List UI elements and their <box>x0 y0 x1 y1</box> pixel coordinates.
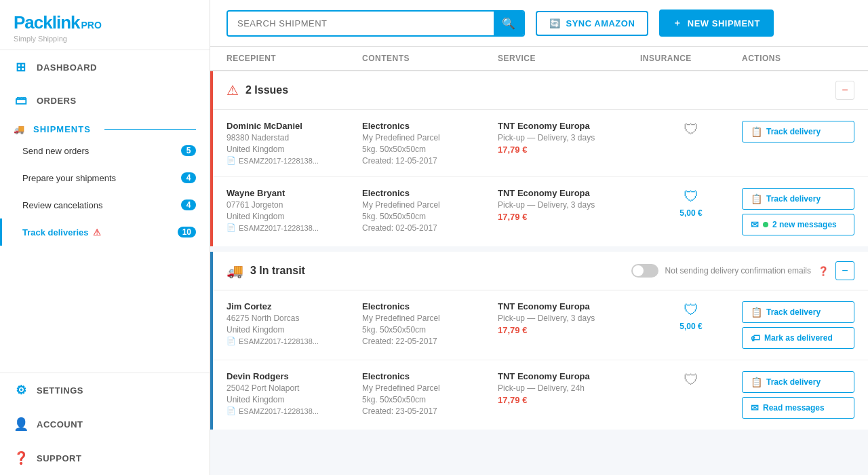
service-desc: Pick-up — Delivery, 24h <box>498 383 640 393</box>
issues-collapse-button[interactable]: − <box>835 81 854 100</box>
not-sending-label: Not sending delivery confirmation emails <box>665 266 811 276</box>
nav-support[interactable]: ❓ SUPPORT <box>0 441 210 475</box>
table-row: Jim Cortez 46275 North Dorcas United Kin… <box>213 290 868 360</box>
track-deliveries-warning-icon: ⚠ <box>93 227 101 238</box>
col-insurance-header: INSURANCE <box>640 54 742 63</box>
dashboard-label: DASHBOARD <box>37 62 97 73</box>
sidebar: PacklinkPRO Simply Shipping ⊞ DASHBOARD … <box>0 0 210 475</box>
contents-size: 5kg. 50x50x50cm <box>362 325 498 335</box>
track-delivery-label: Track delivery <box>766 194 821 204</box>
new-shipment-button[interactable]: ＋ NEW SHIPMENT <box>659 10 774 37</box>
review-cancelations-badge: 4 <box>181 200 196 210</box>
sync-amazon-button[interactable]: 🔄 SYNC AMAZON <box>536 11 648 36</box>
doc-icon: 📄 <box>226 223 236 232</box>
shipments-icon: 🚚 <box>14 124 25 134</box>
col-contents-header: CONTENTS <box>362 54 498 63</box>
recipient-col: Devin Rodgers 25042 Port Nolaport United… <box>226 371 362 415</box>
message-dot <box>763 222 768 227</box>
actions-col: 📋 Track delivery 🏷 Mark as delivered <box>742 301 854 349</box>
service-name: TNT Economy Europa <box>498 301 640 311</box>
section-gap <box>210 246 868 252</box>
insurance-col: 🛡 <box>640 121 742 138</box>
sync-amazon-label: SYNC AMAZON <box>566 18 635 28</box>
search-container: 🔍 <box>226 10 525 37</box>
insurance-col: 🛡 5,00 € <box>640 301 742 331</box>
search-input[interactable] <box>228 12 494 35</box>
issues-section: ⚠ 2 Issues − Dominic McDaniel 98380 Nade… <box>210 71 868 246</box>
contents-created: Created: 23-05-2017 <box>362 406 498 416</box>
insurance-price: 5,00 € <box>679 322 702 331</box>
track-icon: 📋 <box>751 126 762 137</box>
send-orders-badge: 5 <box>181 145 196 156</box>
contents-size: 5kg. 50x50x50cm <box>362 212 498 221</box>
subnav-prepare-shipments[interactable]: Prepare your shipments 4 <box>0 164 210 191</box>
search-icon: 🔍 <box>502 17 515 30</box>
search-button[interactable]: 🔍 <box>494 12 524 35</box>
prepare-shipments-badge: 4 <box>181 172 196 183</box>
track-delivery-button[interactable]: 📋 Track delivery <box>742 188 854 210</box>
shipments-section-label: 🚚 SHIPMENTS <box>0 117 210 137</box>
recipient-address: 46275 North Dorcas <box>226 314 362 323</box>
account-label: ACCOUNT <box>37 419 83 430</box>
logo-pro: PRO <box>81 20 102 31</box>
transit-collapse-button[interactable]: − <box>835 261 854 280</box>
shield-icon: 🛡 <box>684 371 698 389</box>
subnav-review-cancelations[interactable]: Review cancelations 4 <box>0 191 210 218</box>
contents-size: 5kg. 50x50x50cm <box>362 145 498 154</box>
nav-orders[interactable]: 🗃 ORDERS <box>0 84 210 117</box>
nav-account[interactable]: 👤 ACCOUNT <box>0 407 210 441</box>
doc-icon: 📄 <box>226 337 236 345</box>
dashboard-icon: ⊞ <box>14 60 28 75</box>
issues-section-header: ⚠ 2 Issues − <box>213 71 868 110</box>
table-row: Devin Rodgers 25042 Port Nolaport United… <box>213 360 868 430</box>
issues-warning-icon: ⚠ <box>226 82 239 98</box>
service-col: TNT Economy Europa Pick-up — Delivery, 3… <box>498 188 640 222</box>
recipient-ref: 📄ESAMZ2017-1228138... <box>226 406 362 415</box>
subnav-send-orders[interactable]: Send new orders 5 <box>0 137 210 164</box>
settings-label: SETTINGS <box>37 385 83 396</box>
subnav-track-deliveries[interactable]: Track deliveries ⚠ 10 <box>0 218 210 246</box>
nav-dashboard[interactable]: ⊞ DASHBOARD <box>0 50 210 84</box>
service-col: TNT Economy Europa Pick-up — Delivery, 2… <box>498 371 640 405</box>
mark-delivered-label: Mark as delivered <box>764 333 833 343</box>
table-header: RECEPIENT CONTENTS SERVICE INSURANCE ACT… <box>210 47 868 71</box>
recipient-address: 07761 Jorgeton <box>226 200 362 210</box>
recipient-col: Jim Cortez 46275 North Dorcas United Kin… <box>226 301 362 345</box>
support-icon: ❓ <box>14 451 28 466</box>
recipient-name: Devin Rodgers <box>226 371 362 381</box>
help-icon[interactable]: ❓ <box>818 266 829 276</box>
read-messages-button[interactable]: ✉ Read messages <box>742 397 854 419</box>
track-delivery-button[interactable]: 📋 Track delivery <box>742 371 854 393</box>
contents-type: Electronics <box>362 371 498 381</box>
new-messages-label: 2 new messages <box>772 220 837 229</box>
mark-delivered-button[interactable]: 🏷 Mark as delivered <box>742 327 854 349</box>
message-icon: ✉ <box>751 402 759 413</box>
contents-desc: My Predefined Parcel <box>362 314 498 323</box>
contents-col: Electronics My Predefined Parcel 5kg. 50… <box>362 121 498 166</box>
table-row: Wayne Bryant 07761 Jorgeton United Kingd… <box>213 177 868 246</box>
track-icon: 📋 <box>751 377 762 387</box>
insurance-col: 🛡 <box>640 371 742 389</box>
plus-icon: ＋ <box>673 17 682 29</box>
email-toggle[interactable] <box>631 264 658 278</box>
service-col: TNT Economy Europa Pick-up — Delivery, 3… <box>498 121 640 155</box>
nav-settings[interactable]: ⚙ SETTINGS <box>0 373 210 407</box>
new-messages-button[interactable]: ✉ 2 new messages <box>742 214 854 235</box>
contents-type: Electronics <box>362 301 498 311</box>
contents-type: Electronics <box>362 121 498 131</box>
track-icon: 📋 <box>751 307 762 318</box>
table-row: Dominic McDaniel 98380 Naderstad United … <box>213 110 868 177</box>
recipient-country: United Kingdom <box>226 145 362 154</box>
contents-col: Electronics My Predefined Parcel 5kg. 50… <box>362 188 498 233</box>
recipient-country: United Kingdom <box>226 212 362 221</box>
orders-label: ORDERS <box>37 96 77 106</box>
actions-col: 📋 Track delivery ✉ 2 new messages <box>742 188 854 235</box>
account-icon: 👤 <box>14 417 28 432</box>
support-label: SUPPORT <box>37 453 81 463</box>
service-desc: Pick-up — Delivery, 3 days <box>498 133 640 142</box>
toggle-track[interactable] <box>631 264 658 278</box>
shield-icon: 🛡 <box>684 121 698 138</box>
track-delivery-button[interactable]: 📋 Track delivery <box>742 121 854 142</box>
track-delivery-button[interactable]: 📋 Track delivery <box>742 301 854 323</box>
send-orders-label: Send new orders <box>22 146 89 156</box>
